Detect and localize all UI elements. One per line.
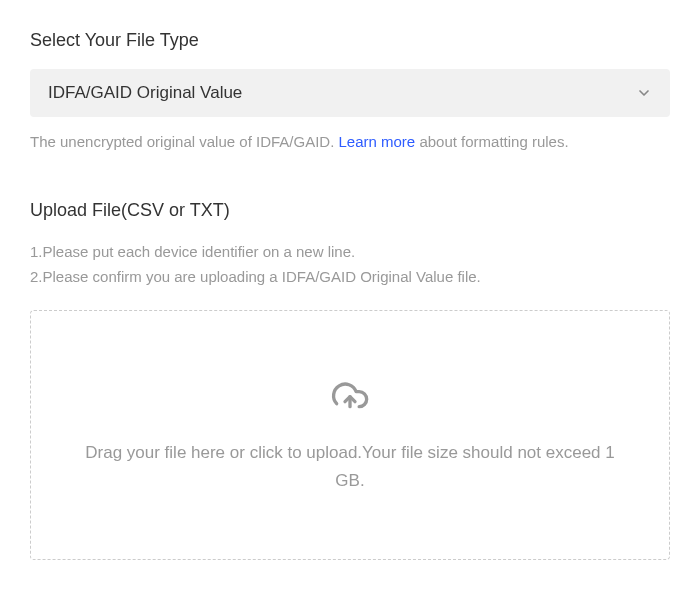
upload-instructions: 1.Please put each device identifier on a… <box>30 239 670 290</box>
file-type-heading: Select Your File Type <box>30 30 670 51</box>
file-dropzone[interactable]: Drag your file here or click to upload.Y… <box>30 310 670 560</box>
file-type-select[interactable]: IDFA/GAID Original Value <box>30 69 670 117</box>
help-prefix: The unencrypted original value of IDFA/G… <box>30 133 339 150</box>
file-type-help-text: The unencrypted original value of IDFA/G… <box>30 131 670 154</box>
instruction-2: 2.Please confirm you are uploading a IDF… <box>30 264 670 290</box>
file-type-selected-value: IDFA/GAID Original Value <box>48 83 242 103</box>
help-suffix: about formatting rules. <box>415 133 568 150</box>
upload-heading: Upload File(CSV or TXT) <box>30 200 670 221</box>
cloud-upload-icon <box>330 375 370 419</box>
instruction-1: 1.Please put each device identifier on a… <box>30 239 670 265</box>
dropzone-text: Drag your file here or click to upload.Y… <box>80 439 620 493</box>
learn-more-link[interactable]: Learn more <box>339 133 416 150</box>
chevron-down-icon <box>636 85 652 101</box>
